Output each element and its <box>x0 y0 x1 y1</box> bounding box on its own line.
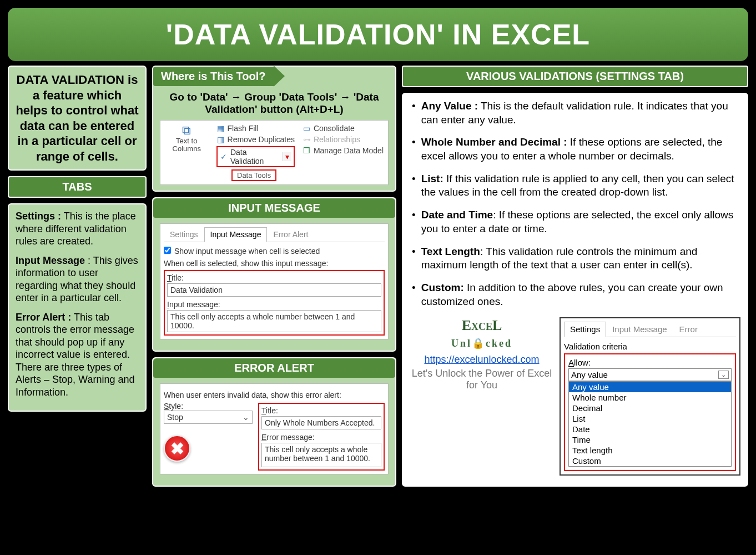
show-input-checkbox-input[interactable] <box>164 247 171 254</box>
page-header: 'DATA VALIDATION' IN EXCEL <box>8 8 748 61</box>
chevron-down-icon: ⌄ <box>243 413 249 422</box>
data-validation-icon: ✓ <box>220 152 228 161</box>
where-box: Where is This Tool? Go to 'Data' → Group… <box>152 66 396 192</box>
dropdown-option[interactable]: Custom <box>569 456 731 466</box>
tabs-settings: Settings : This is the place where diffe… <box>16 210 139 248</box>
consolidate-button[interactable]: ▭Consolidate <box>303 124 384 133</box>
remove-duplicates-icon: ▥ <box>216 135 225 144</box>
consolidate-icon: ▭ <box>303 124 311 133</box>
error-message-label: Error message: <box>261 433 381 442</box>
input-message-heading: INPUT MESSAGE <box>153 198 395 218</box>
list-item: Text Length: This validation rule contro… <box>412 245 738 272</box>
flash-fill-button[interactable]: ▦Flash Fill <box>216 124 295 133</box>
settings-popup: Settings Input Message Error Validation … <box>560 317 740 476</box>
arrow-icon <box>274 66 285 87</box>
brand-row: EXCELUnl🔒cked https://excelunlocked.com … <box>410 317 740 476</box>
brand-logo: EXCELUnl🔒cked <box>410 317 554 351</box>
list-item: Whole Number and Decimal : If these opti… <box>412 136 738 163</box>
manage-data-model-icon: ❒ <box>303 146 311 155</box>
tab-settings[interactable]: Settings <box>564 322 606 337</box>
when-label: When cell is selected, show this input m… <box>164 259 385 268</box>
dropdown-option[interactable]: Any value <box>569 382 731 392</box>
chevron-down-icon[interactable]: ▾ <box>283 152 291 161</box>
intro-text: DATA VALIDATION is a feature which helps… <box>16 72 139 164</box>
error-alert-box: ERROR ALERT When user enters invalid dat… <box>152 357 396 487</box>
tabs-heading: TABS <box>8 176 147 198</box>
text-to-columns-label: Text to Columns <box>165 137 209 153</box>
dropdown-option[interactable]: Text length <box>569 445 731 456</box>
style-select[interactable]: Stop⌄ <box>164 411 253 424</box>
brand-block: EXCELUnl🔒cked https://excelunlocked.com … <box>410 317 554 391</box>
where-heading-label: Where is This Tool? <box>153 67 274 86</box>
error-message-field[interactable]: This cell only accepts a whole number be… <box>261 443 381 467</box>
tab-settings[interactable]: Settings <box>164 227 204 242</box>
remove-duplicates-button[interactable]: ▥Remove Duplicates <box>216 135 295 144</box>
chevron-down-icon: ⌄ <box>718 371 729 379</box>
text-to-columns-icon: ⧉ <box>165 124 209 137</box>
intro-box: DATA VALIDATION is a feature which helps… <box>8 66 147 171</box>
nav-path: Go to 'Data' → Group 'Data Tools' → 'Dat… <box>160 91 389 116</box>
flash-fill-icon: ▦ <box>216 124 225 133</box>
input-message-field[interactable]: This cell only accepts a whole number be… <box>167 310 381 332</box>
dropdown-option[interactable]: Whole number <box>569 392 731 403</box>
allow-dropdown: Any value Whole number Decimal List Date… <box>568 381 732 467</box>
input-title-field[interactable]: Data Validation <box>167 283 381 297</box>
error-title-field[interactable]: Only Whole Numbers Accepted. <box>261 416 381 429</box>
relationships-icon: ⊶ <box>303 135 311 144</box>
error-alert-dialog: When user enters invalid data, show this… <box>160 383 389 474</box>
brand-tagline: Let's Unlock the Power of Excel for You <box>410 368 554 391</box>
input-message-dialog: Settings Input Message Error Alert Show … <box>160 223 389 339</box>
page-title: 'DATA VALIDATION' IN EXCEL <box>8 18 748 51</box>
error-title-group: Title: Only Whole Numbers Accepted. Erro… <box>258 403 385 471</box>
error-title-label: Title: <box>261 406 381 415</box>
tab-input-message[interactable]: Input Message <box>204 227 268 242</box>
manage-data-model-button[interactable]: ❒Manage Data Model <box>303 146 384 155</box>
various-list: Any Value : This is the default validati… <box>410 99 740 308</box>
list-item: Custom: In addition to the above rules, … <box>412 281 738 308</box>
tab-error-alert[interactable]: Error Alert <box>267 227 314 242</box>
input-title-label: Title: <box>167 273 381 282</box>
dropdown-option[interactable]: Time <box>569 434 731 445</box>
list-item: Date and Time: If these options are sele… <box>412 208 738 236</box>
ribbon-screenshot: ⧉ Text to Columns ▦Flash Fill ▥Remove Du… <box>160 120 389 185</box>
dialog-tabs: Settings Input Message Error Alert <box>164 227 385 242</box>
input-title-group: Title: Data Validation Input message: Th… <box>164 270 385 336</box>
validation-criteria-label: Validation criteria <box>564 342 736 351</box>
dropdown-option[interactable]: List <box>569 413 731 424</box>
error-alert-heading: ERROR ALERT <box>153 358 395 378</box>
input-message-box: INPUT MESSAGE Settings Input Message Err… <box>152 197 396 352</box>
input-message-label: Input message: <box>167 300 381 309</box>
relationships-button: ⊶Relationships <box>303 135 384 144</box>
list-item: Any Value : This is the default validati… <box>412 99 738 127</box>
data-validation-button[interactable]: ✓Data Validation▾ <box>216 146 295 167</box>
dropdown-option[interactable]: Decimal <box>569 403 731 413</box>
col-mid: Where is This Tool? Go to 'Data' → Group… <box>152 66 396 487</box>
list-item: List: If this validation rule is applied… <box>412 172 738 199</box>
show-input-checkbox-label: Show input message when cell is selected <box>174 247 320 256</box>
ribbon-group-label: Data Tools <box>231 169 276 181</box>
main-grid: DATA VALIDATION is a feature which helps… <box>4 66 752 487</box>
allow-label: Allow: <box>568 358 732 367</box>
allow-group: Allow: Any value⌄ Any value Whole number… <box>564 353 736 471</box>
col-left: DATA VALIDATION is a feature which helps… <box>8 66 147 487</box>
style-label: Style: <box>164 402 253 411</box>
show-input-checkbox[interactable]: Show input message when cell is selected <box>164 247 385 256</box>
tab-input-message[interactable]: Input Message <box>606 322 673 337</box>
dropdown-option[interactable]: Date <box>569 424 731 434</box>
col-right: VARIOUS VALIDATIONS (SETTINGS TAB) Any V… <box>402 66 748 487</box>
where-heading: Where is This Tool? <box>153 66 389 87</box>
error-when-label: When user enters invalid data, show this… <box>164 391 385 399</box>
brand-link[interactable]: https://excelunlocked.com <box>410 354 554 366</box>
various-heading: VARIOUS VALIDATIONS (SETTINGS TAB) <box>402 66 748 87</box>
stop-icon: ✖ <box>164 435 190 462</box>
tabs-box: Settings : This is the place where diffe… <box>8 203 147 412</box>
various-box: Any Value : This is the default validati… <box>402 93 748 487</box>
text-to-columns-button[interactable]: ⧉ Text to Columns <box>165 124 209 153</box>
tab-error-alert[interactable]: Error <box>673 322 704 337</box>
tabs-error: Error Alert : This tab controls the erro… <box>16 311 139 399</box>
tabs-input: Input Message : This gives information t… <box>16 254 139 304</box>
allow-select[interactable]: Any value⌄ <box>568 368 732 381</box>
